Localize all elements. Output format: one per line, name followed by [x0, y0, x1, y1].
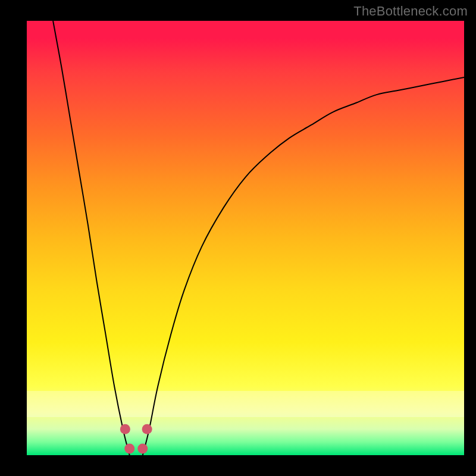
chart-frame: TheBottleneck.com	[0, 0, 476, 476]
curve-right-branch	[143, 77, 464, 455]
curve-left-branch	[53, 21, 130, 455]
right-dot-upper-marker	[142, 424, 152, 434]
left-dot-lower-marker	[124, 444, 134, 454]
curve-layer	[27, 21, 464, 455]
watermark-text: TheBottleneck.com	[353, 4, 468, 19]
left-dot-upper-marker	[120, 424, 130, 434]
right-dot-lower-marker	[137, 444, 148, 454]
plot-area	[27, 21, 464, 455]
